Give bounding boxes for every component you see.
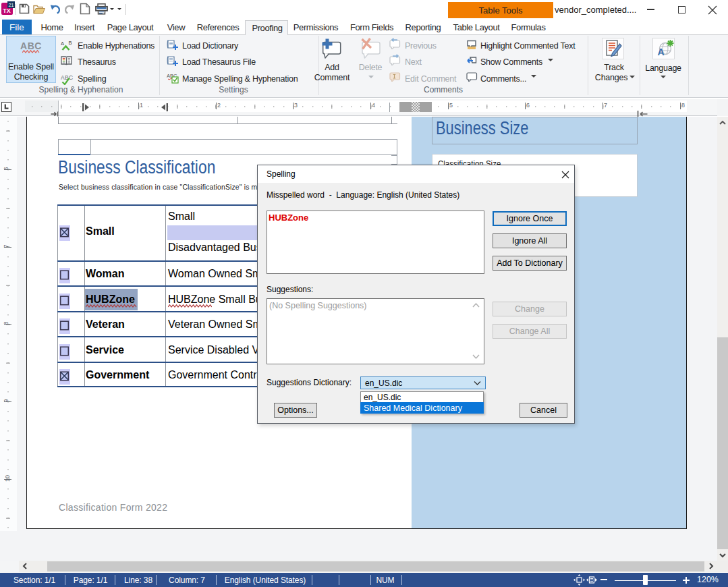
svg-text:A: A xyxy=(61,40,64,47)
svg-text:TX: TX xyxy=(3,7,11,14)
svg-text:B: B xyxy=(69,40,72,46)
svg-text:A: A xyxy=(658,47,665,57)
svg-text:21: 21 xyxy=(9,3,14,7)
svg-text:ABC: ABC xyxy=(61,74,73,81)
